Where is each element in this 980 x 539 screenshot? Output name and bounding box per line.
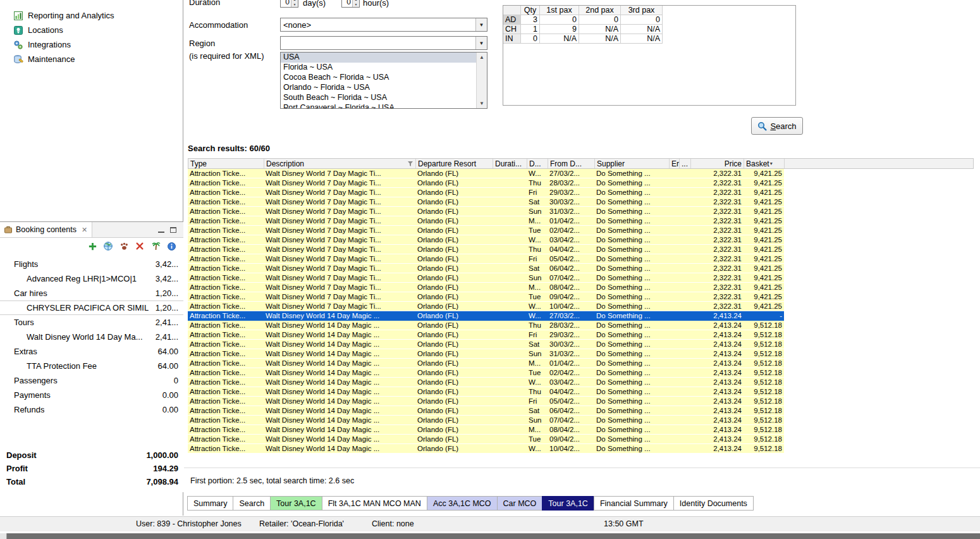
pax-value-cell[interactable]: 1 <box>521 25 540 34</box>
result-row[interactable]: Attraction Ticke...Walt Disney World 14 … <box>188 321 784 330</box>
tab-search[interactable]: Search <box>233 496 271 511</box>
result-row[interactable]: Attraction Ticke...Walt Disney World 7 D… <box>188 302 784 311</box>
duration-days-stepper[interactable]: 0 ▲▼ <box>280 0 298 8</box>
result-row[interactable]: Attraction Ticke...Walt Disney World 14 … <box>188 359 784 368</box>
tab-car-mco[interactable]: Car MCO <box>497 496 543 511</box>
region-option[interactable]: Cocoa Beach ~ Florida ~ USA <box>281 73 476 83</box>
sidebar-item-integrations[interactable]: Integrations <box>0 37 183 52</box>
tab-tour-3a-1c[interactable]: Tour 3A,1C <box>270 496 322 511</box>
sidebar-item-reporting-and-analytics[interactable]: Reporting and Analytics <box>0 8 183 23</box>
maximize-icon[interactable] <box>170 227 176 233</box>
close-icon[interactable]: ✕ <box>82 226 87 234</box>
spin-down-icon[interactable]: ▼ <box>353 2 359 7</box>
results-column-header-from-d[interactable]: From D... <box>548 159 595 168</box>
results-column-header-er[interactable]: Er <box>670 159 680 168</box>
scroll-down-icon[interactable]: ▼ <box>479 99 484 108</box>
result-row[interactable]: Attraction Ticke...Walt Disney World 14 … <box>188 406 784 416</box>
tab-identity-documents[interactable]: Identity Documents <box>673 496 754 511</box>
booking-tree-item-payments[interactable]: Payments0.00 <box>0 388 183 402</box>
region-option[interactable]: Port Canaveral ~ Florida ~ USA <box>281 103 476 108</box>
pax-value-cell[interactable]: N/A <box>579 34 621 44</box>
booking-tree-item-passengers[interactable]: Passengers0 <box>0 373 183 388</box>
results-column-header-[interactable]: ... <box>680 159 691 168</box>
sidebar-item-maintenance[interactable]: Maintenance <box>0 52 183 66</box>
result-row[interactable]: Attraction Ticke...Walt Disney World 14 … <box>188 425 784 435</box>
result-row[interactable]: Attraction Ticke...Walt Disney World 7 D… <box>188 292 784 302</box>
tab-tour-3a-1c[interactable]: Tour 3A,1C <box>542 496 594 511</box>
minimize-icon[interactable] <box>158 227 164 233</box>
result-row[interactable]: Attraction Ticke...Walt Disney World 7 D… <box>188 235 784 245</box>
duration-hours-stepper[interactable]: 0 ▲▼ <box>341 0 360 8</box>
region-option[interactable]: USA <box>281 53 476 63</box>
chevron-down-icon[interactable]: ▼ <box>475 37 487 49</box>
result-row[interactable]: Attraction Ticke...Walt Disney World 14 … <box>188 349 784 359</box>
result-row[interactable]: Attraction Ticke...Walt Disney World 14 … <box>188 368 784 378</box>
tab-flt-3a-1c-man-mco-man[interactable]: Flt 3A,1C MAN MCO MAN <box>322 496 427 511</box>
result-row[interactable]: Attraction Ticke...Walt Disney World 14 … <box>188 444 784 454</box>
result-row[interactable]: Attraction Ticke...Walt Disney World 14 … <box>188 435 784 444</box>
horizontal-scrollbar[interactable] <box>0 533 980 539</box>
duration-hours-spin-buttons[interactable]: ▲▼ <box>352 0 359 7</box>
info-icon[interactable] <box>166 240 177 252</box>
tab-financial-summary[interactable]: Financial Summary <box>594 496 674 511</box>
scrollbar-thumb[interactable] <box>0 533 7 539</box>
result-row[interactable]: Attraction Ticke...Walt Disney World 7 D… <box>188 273 784 283</box>
pax-value-cell[interactable]: 3 <box>521 15 540 25</box>
pax-value-cell[interactable]: 0 <box>540 15 579 25</box>
region-option[interactable]: Orlando ~ Florida ~ USA <box>281 83 476 93</box>
pax-value-cell[interactable]: N/A <box>540 34 579 44</box>
results-column-header-description[interactable]: Description <box>264 159 416 168</box>
booking-tree-item-advanced-reg-lhr-1-mco-1[interactable]: Advanced Reg LHR|1>MCO|13,42... <box>0 271 183 286</box>
scroll-up-icon[interactable]: ▲ <box>479 53 484 62</box>
result-row[interactable]: Attraction Ticke...Walt Disney World 7 D… <box>188 245 784 254</box>
result-row[interactable]: Attraction Ticke...Walt Disney World 7 D… <box>188 188 784 197</box>
booking-tree-item-walt-disney-world-14-day-ma[interactable]: Walt Disney World 14 Day Ma...2,41... <box>0 330 183 344</box>
booking-tree-item-extras[interactable]: Extras64.00 <box>0 344 183 359</box>
add-icon[interactable] <box>87 240 98 252</box>
results-column-header-basket[interactable]: Basket▾ <box>744 159 785 168</box>
globe-icon[interactable] <box>102 240 114 252</box>
search-button[interactable]: Search <box>751 117 803 135</box>
pax-value-cell[interactable]: N/A <box>621 25 663 34</box>
result-row[interactable]: Attraction Ticke...Walt Disney World 7 D… <box>188 216 784 226</box>
chevron-down-icon[interactable]: ▼ <box>475 18 487 31</box>
pax-value-cell[interactable]: 0 <box>521 34 540 44</box>
result-row[interactable]: Attraction Ticke...Walt Disney World 14 … <box>188 378 784 387</box>
sidebar-item-locations[interactable]: Locations <box>0 23 183 37</box>
palm-tree-icon[interactable] <box>150 240 161 252</box>
tab-summary[interactable]: Summary <box>187 496 233 511</box>
result-row[interactable]: Attraction Ticke...Walt Disney World 14 … <box>188 416 784 425</box>
result-row[interactable]: Attraction Ticke...Walt Disney World 7 D… <box>188 283 784 292</box>
result-row[interactable]: Attraction Ticke...Walt Disney World 7 D… <box>188 207 784 216</box>
result-row[interactable]: Attraction Ticke...Walt Disney World 7 D… <box>188 226 784 235</box>
booking-contents-tab[interactable]: Booking contents ✕ <box>0 222 92 237</box>
booking-tree-item-refunds[interactable]: Refunds0.00 <box>0 402 183 417</box>
booking-tree-item-car-hires[interactable]: Car hires1,20... <box>0 286 183 300</box>
result-row[interactable]: Attraction Ticke...Walt Disney World 14 … <box>188 340 784 349</box>
pax-value-cell[interactable]: N/A <box>621 34 663 44</box>
delete-icon[interactable] <box>134 240 145 252</box>
results-column-header-price[interactable]: Price <box>691 159 744 168</box>
result-row[interactable]: Attraction Ticke...Walt Disney World 14 … <box>188 330 784 340</box>
results-column-header-type[interactable]: Type <box>188 159 264 168</box>
region-scrollbar[interactable]: ▲ ▼ <box>476 53 487 108</box>
booking-tree-item-flights[interactable]: Flights3,42... <box>0 257 183 271</box>
region-option[interactable]: South Beach ~ Florida ~ USA <box>281 93 476 103</box>
region-option[interactable]: Florida ~ USA <box>281 63 476 73</box>
booking-tree-item-chrysler-pacifica-or-simil[interactable]: CHRYSLER PACIFICA OR SIMIL1,20... <box>0 300 183 315</box>
result-row[interactable]: Attraction Ticke...Walt Disney World 7 D… <box>188 254 784 264</box>
results-column-header-durati[interactable]: Durati... <box>493 159 527 168</box>
region-listbox[interactable]: USAFlorida ~ USACocoa Beach ~ Florida ~ … <box>280 52 487 109</box>
results-column-header-d[interactable]: D... <box>527 159 548 168</box>
results-column-header-departure-resort[interactable]: Departure Resort <box>416 159 493 168</box>
pax-value-cell[interactable]: N/A <box>579 25 621 34</box>
result-row[interactable]: Attraction Ticke...Walt Disney World 7 D… <box>188 169 784 178</box>
paw-icon[interactable] <box>118 240 130 252</box>
accommodation-select[interactable]: <none> ▼ <box>280 18 487 32</box>
result-row[interactable]: Attraction Ticke...Walt Disney World 7 D… <box>188 197 784 207</box>
booking-tree-item-tta-protection-fee[interactable]: TTA Protection Fee64.00 <box>0 359 183 373</box>
results-column-header-supplier[interactable]: Supplier <box>595 159 670 168</box>
result-row[interactable]: Attraction Ticke...Walt Disney World 7 D… <box>188 178 784 188</box>
result-row[interactable]: Attraction Ticke...Walt Disney World 14 … <box>188 397 784 406</box>
result-row[interactable]: Attraction Ticke...Walt Disney World 7 D… <box>188 264 784 273</box>
